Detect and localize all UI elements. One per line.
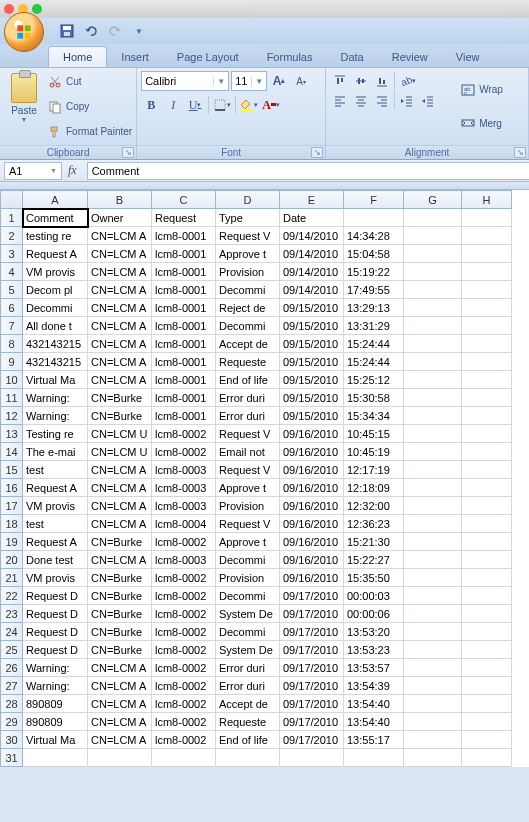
cell[interactable]: testing re — [23, 227, 88, 245]
cell[interactable] — [404, 281, 462, 299]
cell[interactable]: Decommi — [216, 623, 280, 641]
cut-button[interactable]: Cut — [48, 75, 132, 89]
cell[interactable]: lcm8-0002 — [152, 731, 216, 749]
row-header[interactable]: 24 — [1, 623, 23, 641]
row-header[interactable]: 13 — [1, 425, 23, 443]
column-header-E[interactable]: E — [280, 191, 344, 209]
cell[interactable]: Request A — [23, 479, 88, 497]
cell[interactable]: Decommi — [216, 587, 280, 605]
column-header-F[interactable]: F — [344, 191, 404, 209]
row-header[interactable]: 30 — [1, 731, 23, 749]
cell[interactable]: Error duri — [216, 677, 280, 695]
cell[interactable] — [404, 407, 462, 425]
cell[interactable]: Accept de — [216, 335, 280, 353]
redo-icon[interactable] — [106, 22, 124, 40]
cell[interactable]: lcm8-0001 — [152, 389, 216, 407]
cell[interactable]: Decom pl — [23, 281, 88, 299]
cell[interactable] — [404, 371, 462, 389]
cell[interactable]: CN=LCM A — [88, 263, 152, 281]
cell[interactable]: CN=LCM A — [88, 353, 152, 371]
cell[interactable] — [404, 713, 462, 731]
cell[interactable] — [404, 443, 462, 461]
cell[interactable]: 09/15/2010 — [280, 335, 344, 353]
office-button[interactable] — [4, 12, 44, 52]
cell[interactable]: Comment — [23, 209, 88, 227]
row-header[interactable]: 6 — [1, 299, 23, 317]
cell[interactable]: 09/14/2010 — [280, 263, 344, 281]
cell[interactable]: lcm8-0002 — [152, 587, 216, 605]
cell[interactable] — [404, 659, 462, 677]
cell[interactable]: Decommi — [23, 299, 88, 317]
cell[interactable]: test — [23, 461, 88, 479]
cell[interactable] — [462, 695, 512, 713]
cell[interactable] — [462, 245, 512, 263]
cell[interactable]: CN=Burke — [88, 587, 152, 605]
cell[interactable]: Date — [280, 209, 344, 227]
column-header-C[interactable]: C — [152, 191, 216, 209]
row-header[interactable]: 16 — [1, 479, 23, 497]
cell[interactable]: System De — [216, 641, 280, 659]
cell[interactable]: 13:54:40 — [344, 713, 404, 731]
cell[interactable]: 09/16/2010 — [280, 461, 344, 479]
row-header[interactable]: 25 — [1, 641, 23, 659]
cell[interactable]: CN=LCM A — [88, 479, 152, 497]
cell[interactable]: CN=Burke — [88, 389, 152, 407]
cell[interactable]: Accept de — [216, 695, 280, 713]
select-all-corner[interactable] — [1, 191, 23, 209]
cell[interactable]: CN=Burke — [88, 623, 152, 641]
cell[interactable]: 15:21:30 — [344, 533, 404, 551]
row-header[interactable]: 17 — [1, 497, 23, 515]
cell[interactable]: 09/17/2010 — [280, 641, 344, 659]
cell[interactable] — [462, 659, 512, 677]
decrease-indent-button[interactable] — [397, 91, 417, 111]
cell[interactable] — [404, 335, 462, 353]
cell[interactable]: lcm8-0002 — [152, 695, 216, 713]
cell[interactable]: CN=LCM A — [88, 335, 152, 353]
cell[interactable] — [462, 227, 512, 245]
cell[interactable]: The e-mai — [23, 443, 88, 461]
cell[interactable] — [404, 533, 462, 551]
cell[interactable]: CN=LCM A — [88, 371, 152, 389]
row-header[interactable]: 14 — [1, 443, 23, 461]
chevron-down-icon[interactable]: ▼ — [21, 116, 28, 123]
cell[interactable]: lcm8-0002 — [152, 677, 216, 695]
row-header[interactable]: 1 — [1, 209, 23, 227]
cell[interactable] — [462, 587, 512, 605]
cell[interactable]: CN=LCM A — [88, 731, 152, 749]
cell[interactable]: 15:34:34 — [344, 407, 404, 425]
cell[interactable]: 13:29:13 — [344, 299, 404, 317]
cell[interactable] — [404, 209, 462, 227]
cell[interactable] — [404, 389, 462, 407]
cell[interactable]: Request A — [23, 245, 88, 263]
wrap-text-button[interactable]: abc Wrap — [461, 80, 515, 100]
cell[interactable]: Request V — [216, 515, 280, 533]
cell[interactable]: VM provis — [23, 263, 88, 281]
cell[interactable]: 09/14/2010 — [280, 245, 344, 263]
cell[interactable] — [404, 641, 462, 659]
align-right-button[interactable] — [372, 91, 392, 111]
cell[interactable] — [404, 425, 462, 443]
qat-customize-icon[interactable]: ▼ — [130, 22, 148, 40]
align-bottom-button[interactable] — [372, 71, 392, 91]
cell[interactable] — [462, 317, 512, 335]
cell[interactable] — [404, 497, 462, 515]
cell[interactable]: CN=LCM A — [88, 695, 152, 713]
increase-indent-button[interactable] — [418, 91, 438, 111]
cell[interactable] — [404, 695, 462, 713]
font-name-combo[interactable]: Calibri▼ — [141, 71, 229, 91]
row-header[interactable]: 5 — [1, 281, 23, 299]
cell[interactable] — [404, 587, 462, 605]
cell[interactable]: Request — [152, 209, 216, 227]
cell[interactable] — [462, 353, 512, 371]
cell[interactable]: 09/14/2010 — [280, 227, 344, 245]
merge-button[interactable]: Merg — [461, 113, 515, 133]
paste-button[interactable]: Paste ▼ — [4, 71, 44, 142]
cell[interactable]: CN=LCM A — [88, 317, 152, 335]
cell[interactable]: CN=LCM A — [88, 227, 152, 245]
dialog-launcher-icon[interactable]: ↘ — [311, 147, 323, 158]
cell[interactable] — [462, 263, 512, 281]
fill-color-button[interactable]: ▾ — [239, 95, 259, 115]
column-header-H[interactable]: H — [462, 191, 512, 209]
cell[interactable]: All done t — [23, 317, 88, 335]
cell[interactable] — [404, 677, 462, 695]
